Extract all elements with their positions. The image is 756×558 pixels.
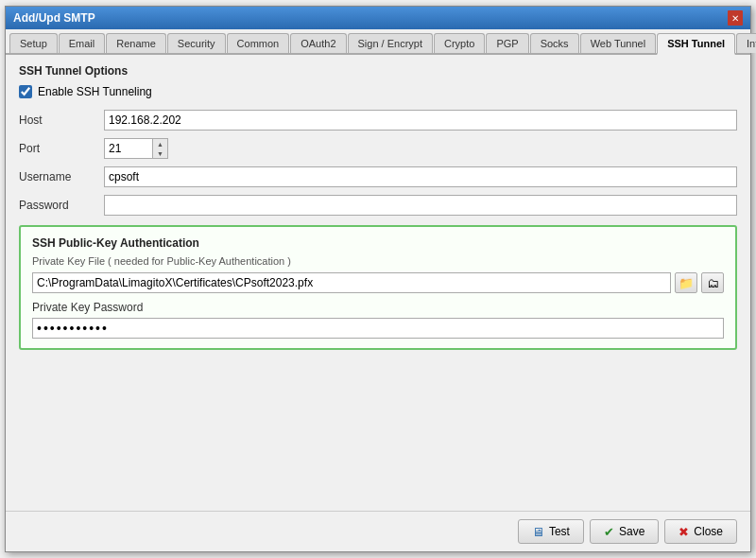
main-window: Add/Upd SMTP ✕ SetupEmailRenameSecurityC… bbox=[5, 6, 751, 552]
username-label: Username bbox=[19, 170, 104, 183]
port-spinner-wrap: ▲ ▼ bbox=[104, 138, 168, 159]
tab-oauth2[interactable]: OAuth2 bbox=[290, 33, 346, 53]
tab-sign-encrypt[interactable]: Sign / Encrypt bbox=[348, 33, 433, 53]
tab-web-tunnel[interactable]: Web Tunnel bbox=[580, 33, 657, 53]
enable-tunneling-row: Enable SSH Tunneling bbox=[19, 85, 737, 98]
tab-bar: SetupEmailRenameSecurityCommonOAuth2Sign… bbox=[6, 29, 750, 55]
tab-pgp[interactable]: PGP bbox=[486, 33, 528, 53]
password-label: Password bbox=[19, 199, 104, 212]
password-input[interactable] bbox=[104, 195, 737, 216]
save-label: Save bbox=[619, 525, 644, 538]
pk-pass-label: Private Key Password bbox=[32, 301, 724, 314]
port-input[interactable] bbox=[105, 139, 152, 158]
username-input[interactable] bbox=[104, 166, 737, 187]
tab-rename[interactable]: Rename bbox=[106, 33, 166, 53]
test-label: Test bbox=[549, 525, 570, 538]
host-label: Host bbox=[19, 113, 104, 127]
pk-file-description: Private Key File ( needed for Public-Key… bbox=[32, 255, 724, 267]
pk-file-row: 📁 🗂 bbox=[32, 272, 724, 293]
section-title: SSH Tunnel Options bbox=[19, 64, 737, 78]
footer: 🖥 Test ✔ Save ✖ Close bbox=[6, 511, 750, 551]
tab-ssh-tunnel[interactable]: SSH Tunnel bbox=[657, 33, 735, 55]
host-input[interactable] bbox=[104, 110, 737, 131]
tab-security[interactable]: Security bbox=[167, 33, 226, 53]
save-icon: ✔ bbox=[604, 525, 614, 539]
tab-setup[interactable]: Setup bbox=[9, 33, 58, 53]
enable-ssh-checkbox[interactable] bbox=[19, 85, 32, 98]
tab-email[interactable]: Email bbox=[59, 33, 106, 53]
tab-crypto[interactable]: Crypto bbox=[434, 33, 485, 53]
folder2-icon: 🗂 bbox=[707, 276, 719, 290]
ssh-pubkey-section: SSH Public-Key Authentication Private Ke… bbox=[19, 225, 737, 350]
close-icon: ✖ bbox=[679, 525, 689, 539]
title-bar: Add/Upd SMTP ✕ bbox=[6, 7, 750, 29]
username-row: Username bbox=[19, 166, 737, 187]
port-label: Port bbox=[19, 142, 104, 155]
port-row: Port ▲ ▼ bbox=[19, 138, 737, 159]
pubkey-section-title: SSH Public-Key Authentication bbox=[32, 236, 724, 250]
window-close-button[interactable]: ✕ bbox=[728, 10, 743, 26]
content-area: SSH Tunnel Options Enable SSH Tunneling … bbox=[6, 55, 750, 511]
close-button[interactable]: ✖ Close bbox=[664, 519, 737, 544]
tab-socks[interactable]: Socks bbox=[530, 33, 579, 53]
host-row: Host bbox=[19, 110, 737, 131]
test-button[interactable]: 🖥 Test bbox=[518, 519, 584, 544]
pk-file-input[interactable] bbox=[32, 272, 671, 293]
browse-file-button[interactable]: 📁 bbox=[675, 272, 697, 293]
browse-folder-button[interactable]: 🗂 bbox=[701, 272, 724, 293]
port-up-button[interactable]: ▲ bbox=[153, 139, 167, 148]
save-button[interactable]: ✔ Save bbox=[590, 519, 659, 544]
port-down-button[interactable]: ▼ bbox=[153, 148, 167, 158]
test-icon: 🖥 bbox=[532, 525, 544, 539]
tab-common[interactable]: Common bbox=[227, 33, 290, 53]
enable-ssh-label: Enable SSH Tunneling bbox=[38, 85, 152, 98]
pk-pass-input[interactable] bbox=[32, 318, 724, 339]
folder-icon: 📁 bbox=[679, 276, 694, 290]
tab-info[interactable]: Info bbox=[736, 33, 756, 53]
password-row: Password bbox=[19, 195, 737, 216]
window-title: Add/Upd SMTP bbox=[13, 11, 95, 25]
port-spinner: ▲ ▼ bbox=[152, 139, 167, 158]
close-label: Close bbox=[694, 525, 723, 538]
